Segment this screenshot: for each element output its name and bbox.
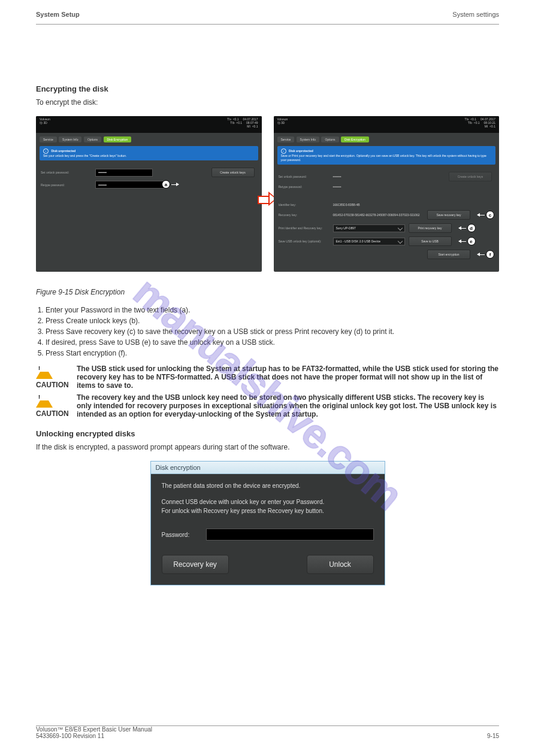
chevron-down-icon [397, 239, 402, 244]
callout-a: a [162, 180, 180, 189]
tab-disk-encryption[interactable]: Disk Encryption [104, 136, 132, 142]
arrow-icon [459, 241, 466, 242]
step-5: Press Start encryption (f). [46, 349, 499, 357]
create-unlock-keys-button: Create unlock keys [449, 172, 492, 181]
info-title: Disk unprotected [51, 149, 75, 153]
probe-icon: ⓐ 3D [40, 121, 50, 125]
screenshot-row: Voluson ⓐ 3D TIs <0.1 04.07.2017 TIb <0.… [36, 116, 499, 272]
printer-select-value: Sony UP-D897 [336, 226, 356, 230]
set-pwd-label: Set unlock password: [41, 171, 92, 174]
create-unlock-keys-button[interactable]: Create unlock keys [211, 168, 255, 177]
identifier-key-value: 166C85D3-83B8-4B [333, 203, 495, 207]
printer-select[interactable]: Sony UP-D897 [333, 224, 405, 232]
step-2: Press Create unlock keys (b). [46, 317, 499, 325]
marker-f: f [486, 250, 494, 259]
caution-text-1: The USB stick used for unlocking the Sys… [77, 365, 499, 390]
tabs-row: Service System Info Options Disk Encrypt… [274, 133, 500, 142]
arrow-icon [459, 228, 466, 229]
retype-pwd-value: •••••••• [333, 185, 495, 189]
arrow-icon [477, 215, 485, 215]
marker-d: d [467, 224, 476, 232]
tab-service[interactable]: Service [277, 136, 295, 142]
info-title: Disk unprotected [289, 149, 313, 153]
dialog-password-label: Password: [162, 532, 198, 538]
usb-device-select[interactable]: Ext1 - USB DISK 2.0 USB Device [333, 238, 405, 245]
save-to-usb-button[interactable]: Save to USB [409, 236, 452, 246]
dialog-password-input[interactable] [206, 529, 374, 541]
save-recovery-key-button[interactable]: Save recovery key [427, 210, 470, 220]
tab-service[interactable]: Service [40, 136, 57, 142]
print-keys-label: Print Identifier and Recovery key: [279, 226, 330, 230]
retype-pwd-label: Retype password: [279, 185, 330, 189]
unlock-button[interactable]: Unlock [307, 555, 374, 574]
info-icon: i [281, 148, 286, 154]
marker-a: a [162, 180, 170, 189]
step-4: If desired, press Save to USB (e) to sav… [46, 338, 499, 347]
unlock-text: If the disk is encrypted, a password pro… [36, 442, 499, 453]
chevron-down-icon [397, 226, 402, 230]
footer-right: 9-15 [487, 733, 499, 739]
tab-system-info[interactable]: System Info [297, 136, 319, 142]
marker-c: c [486, 211, 494, 219]
tab-options[interactable]: Options [84, 136, 101, 142]
dialog-line-1: The patient data stored on the device ar… [162, 482, 374, 489]
header-stats: TIs <0.1 04.07.2017 TIb <0.1 08:07:49 MI… [227, 117, 258, 132]
arrow-icon [477, 254, 485, 255]
dialog-line-2: Connect USB device with unlock key or en… [162, 499, 374, 505]
page-header-right: System settings [452, 11, 499, 18]
warning-icon [36, 365, 53, 379]
tab-disk-encryption[interactable]: Disk Encryption [341, 136, 369, 142]
caution-label: CAUTION [36, 381, 69, 389]
encrypt-title: Encrypting the disk [36, 84, 499, 93]
screenshot-right: Voluson ⓐ 3D TIs <0.1 04.07.2017 TIb <0.… [274, 116, 500, 272]
header-stats: TIs <0.1 04.07.2017 TIb <0.1 08:10:21 MI… [464, 117, 495, 132]
info-text: Save or Print your recovery key and star… [281, 154, 486, 162]
info-banner: i Disk unprotected Set your unlock key a… [40, 146, 258, 160]
encrypt-intro: To encrypt the disk: [36, 97, 499, 108]
step-1: Enter your Password in the two text fiel… [46, 306, 499, 314]
page-header-left: System Setup [36, 11, 80, 18]
set-pwd-value: •••••••• [333, 175, 446, 178]
recovery-key-value: 081452-070158-581482-663278-245087-00609… [333, 213, 424, 217]
marker-e: e [467, 237, 476, 245]
steps-list: Enter your Password in the two text fiel… [46, 306, 499, 357]
caution-1: CAUTION The USB stick used for unlocking… [36, 365, 499, 390]
dialog-title: Disk encryption [151, 462, 385, 474]
info-text: Set your unlock key and press the "Creat… [43, 154, 126, 157]
tab-options[interactable]: Options [321, 136, 338, 142]
set-pwd-label: Set unlock password: [279, 175, 330, 178]
caution-2: CAUTION The recovery key and the USB unl… [36, 393, 499, 418]
tabs-row: Service System Info Options Disk Encrypt… [36, 133, 262, 142]
dialog-line-3: For unlock with Recovery key press the R… [162, 508, 374, 514]
footer-left: Voluson™ E8/E8 Expert Basic User Manual … [36, 726, 152, 739]
step-3: Press Save recovery key (c) to save the … [46, 327, 499, 336]
set-pwd-input[interactable]: •••••••• [95, 169, 153, 177]
caution-label: CAUTION [36, 409, 69, 418]
retype-pwd-input[interactable]: •••••••• [95, 181, 167, 189]
unlock-dialog: Disk encryption The patient data stored … [150, 461, 385, 585]
usb-device-select-value: Ext1 - USB DISK 2.0 USB Device [336, 239, 380, 243]
probe-icon: ⓐ 3D [277, 121, 288, 125]
recovery-key-button[interactable]: Recovery key [162, 555, 229, 574]
arrow-icon [171, 184, 179, 185]
unlock-title: Unlocking encrypted disks [36, 429, 499, 438]
retype-pwd-label: Retype password: [41, 183, 92, 187]
screenshot-left: Voluson ⓐ 3D TIs <0.1 04.07.2017 TIb <0.… [36, 116, 262, 272]
tab-system-info[interactable]: System Info [59, 136, 81, 142]
start-encryption-button[interactable]: Start encryption [427, 250, 470, 259]
caution-text-2: The recovery key and the USB unlock key … [77, 393, 499, 418]
recovery-key-label: Recovery key: [279, 213, 330, 217]
save-usb-key-label: Save USB unlock key (optional): [279, 239, 330, 243]
figure-caption: Figure 9-15 Disk Encryption [36, 287, 499, 297]
warning-icon [36, 393, 53, 408]
info-icon: i [43, 148, 49, 154]
info-banner: i Disk unprotected Save or Print your re… [277, 146, 496, 165]
print-recovery-key-button[interactable]: Print recovery key [409, 223, 452, 233]
identifier-key-label: Identifier key: [279, 203, 330, 207]
